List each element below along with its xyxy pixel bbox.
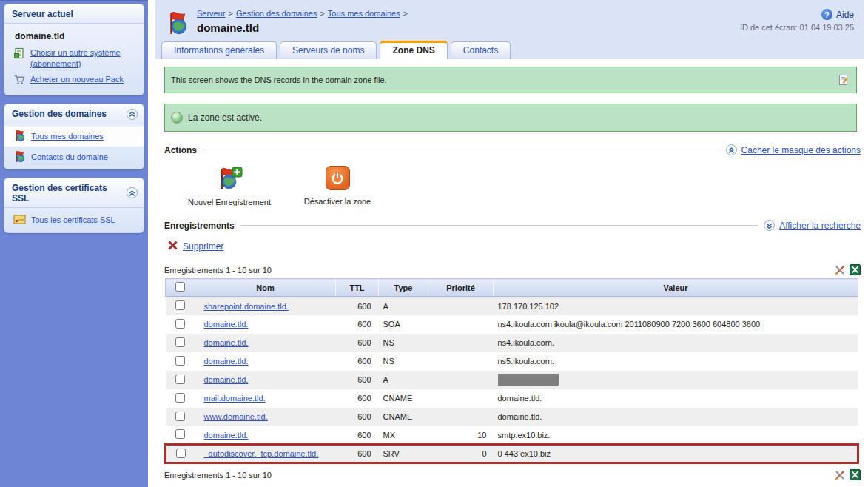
- sidebar-item-domain-contacts[interactable]: Contacts du domaine: [4, 147, 144, 167]
- row-checkbox[interactable]: [175, 319, 185, 329]
- record-priority-cell: [428, 408, 494, 426]
- record-ttl-cell: 600: [336, 352, 379, 371]
- info-banner: This screen shows the DNS records in the…: [164, 67, 857, 93]
- redacted-value: [498, 374, 559, 386]
- settings-icon[interactable]: [835, 265, 845, 275]
- row-checkbox[interactable]: [175, 300, 185, 310]
- domains-panel-body: Tous mes domaines Contacts du domaine: [4, 124, 144, 169]
- sidebar-item-all-certificates[interactable]: Tous les certificats SSL: [4, 211, 144, 229]
- settings-icon[interactable]: [835, 470, 845, 480]
- tab-dns-zone[interactable]: Zone DNS: [380, 41, 447, 59]
- row-checkbox[interactable]: [175, 375, 185, 384]
- sidebar-item-domain-contacts-label: Contacts du domaine: [31, 152, 108, 161]
- record-priority-cell: [428, 352, 494, 371]
- page-title: domaine.tld: [197, 21, 411, 34]
- record-priority-cell: [428, 334, 494, 352]
- page-header: Serveur>Gestion des domaines>Tous mes do…: [155, 0, 864, 59]
- domains-panel-header: Gestion des domaines: [4, 104, 144, 124]
- record-value-cell: ns4.ikoula.com.: [494, 334, 858, 352]
- sidebar: Serveur actuel domaine.tld Choisir un au…: [0, 0, 148, 487]
- select-all-cell: [166, 279, 195, 297]
- row-select-cell: [166, 371, 195, 389]
- sidebar-link-buy-pack[interactable]: Acheter un nouveau Pack: [4, 72, 144, 90]
- record-name-link[interactable]: domaine.tld.: [204, 375, 249, 384]
- collapse-ssl-icon[interactable]: [127, 187, 138, 198]
- server-panel-body: domaine.tld Choisir un autre système (ab…: [4, 24, 144, 95]
- row-checkbox[interactable]: [175, 337, 185, 347]
- power-icon: [326, 166, 350, 190]
- show-search-chevron-icon[interactable]: [764, 220, 775, 231]
- column-header-ttl: TTL: [336, 279, 379, 297]
- table-row: domaine.tld. 600 MX 10 smtp.ex10.biz.: [166, 426, 858, 445]
- row-checkbox[interactable]: [175, 412, 185, 421]
- disable-zone-button[interactable]: Désactiver la zone: [296, 166, 379, 207]
- content-area: This screen shows the DNS records in the…: [155, 59, 864, 487]
- record-name-cell: www.domaine.tld.: [195, 408, 336, 426]
- sidebar-link-choose-system-label: Choisir un autre système (abonnement): [30, 47, 138, 70]
- column-header-type: Type: [379, 279, 428, 297]
- actions-section-header: Actions Cacher le masque des actions: [164, 144, 861, 155]
- help-link[interactable]: Aide: [836, 10, 854, 20]
- tab-name-servers[interactable]: Serveurs de noms: [280, 41, 377, 59]
- record-name-link[interactable]: www.domaine.tld.: [204, 412, 268, 421]
- record-name-link[interactable]: mail.domaine.tld.: [204, 394, 266, 403]
- row-checkbox[interactable]: [175, 429, 185, 439]
- record-ttl-cell: 600: [336, 408, 379, 426]
- record-name-link[interactable]: domaine.tld.: [204, 431, 249, 440]
- records-table-body: sharepoint.domaine.tld. 600 A 178.170.12…: [166, 297, 858, 463]
- domain-flag-icon: [13, 150, 26, 164]
- main-area: Serveur>Gestion des domaines>Tous mes do…: [155, 0, 864, 487]
- sidebar-link-choose-system[interactable]: Choisir un autre système (abonnement): [4, 45, 144, 72]
- disable-zone-label: Désactiver la zone: [304, 196, 371, 206]
- record-ttl-cell: 600: [336, 389, 379, 408]
- record-type-cell: SRV: [379, 445, 428, 463]
- tab-contacts[interactable]: Contacts: [451, 41, 511, 59]
- record-priority-cell: [428, 371, 494, 389]
- breadcrumb-link-domain-management[interactable]: Gestion des domaines: [236, 9, 317, 18]
- hide-actions-link[interactable]: Cacher le masque des actions: [741, 145, 861, 155]
- record-ttl-cell: 600: [336, 334, 379, 352]
- record-value-cell: domaine.tld.: [494, 389, 858, 408]
- table-row: domaine.tld. 600 A: [166, 371, 858, 389]
- record-ttl-cell: 600: [336, 371, 379, 389]
- records-count-text: Enregistrements 1 - 10 sur 10: [164, 471, 272, 480]
- table-row: domaine.tld. 600 SOA ns4.ikoula.com ikou…: [166, 315, 858, 334]
- collapse-domains-icon[interactable]: [127, 109, 138, 120]
- column-header-priority: Priorité: [428, 279, 494, 297]
- hide-actions-chevron-icon[interactable]: [726, 144, 737, 155]
- zone-status-banner: La zone est active.: [164, 104, 857, 132]
- record-name-link[interactable]: domaine.tld.: [204, 357, 249, 366]
- record-name-link[interactable]: sharepoint.domaine.tld.: [204, 302, 289, 311]
- record-priority-cell: [428, 389, 494, 408]
- record-type-cell: A: [379, 297, 428, 315]
- breadcrumb-link-server[interactable]: Serveur: [197, 9, 226, 18]
- record-name-cell: domaine.tld.: [195, 315, 336, 334]
- tab-general-info[interactable]: Informations générales: [161, 41, 277, 59]
- info-banner-text: This screen shows the DNS records in the…: [171, 75, 387, 84]
- export-excel-icon[interactable]: [850, 469, 861, 480]
- record-value-cell: ns5.ikoula.com.: [494, 352, 858, 371]
- row-checkbox[interactable]: [175, 356, 185, 366]
- delete-link[interactable]: Supprimer: [183, 241, 223, 252]
- record-ttl-cell: 600: [336, 426, 379, 445]
- ssl-panel-body: Tous les certificats SSL: [4, 208, 144, 232]
- row-select-cell: [166, 315, 195, 334]
- sidebar-item-all-domains[interactable]: Tous mes domaines: [4, 126, 144, 147]
- row-checkbox[interactable]: [175, 393, 185, 403]
- records-count-bottom: Enregistrements 1 - 10 sur 10: [164, 469, 861, 480]
- new-record-button[interactable]: Nouvel Enregistrement: [188, 166, 271, 207]
- edit-note-icon[interactable]: [837, 73, 850, 87]
- record-name-link[interactable]: domaine.tld.: [204, 320, 249, 329]
- show-search-link[interactable]: Afficher la recherche: [779, 221, 861, 231]
- record-value-cell: ns4.ikoula.com ikoula@ikoula.com 2011080…: [494, 315, 858, 334]
- record-name-link[interactable]: domaine.tld.: [204, 338, 249, 347]
- record-priority-cell: 10: [428, 426, 494, 445]
- row-select-cell: [166, 445, 195, 463]
- export-excel-icon[interactable]: [850, 264, 861, 275]
- record-name-link[interactable]: _autodiscover._tcp.domaine.tld.: [204, 449, 319, 458]
- breadcrumb-link-all-domains[interactable]: Tous mes domaines: [328, 9, 400, 18]
- row-checkbox[interactable]: [176, 449, 186, 458]
- records-section-header: Enregistrements Afficher la recherche: [164, 220, 861, 231]
- record-name-cell: domaine.tld.: [195, 352, 336, 371]
- select-all-checkbox[interactable]: [175, 282, 185, 292]
